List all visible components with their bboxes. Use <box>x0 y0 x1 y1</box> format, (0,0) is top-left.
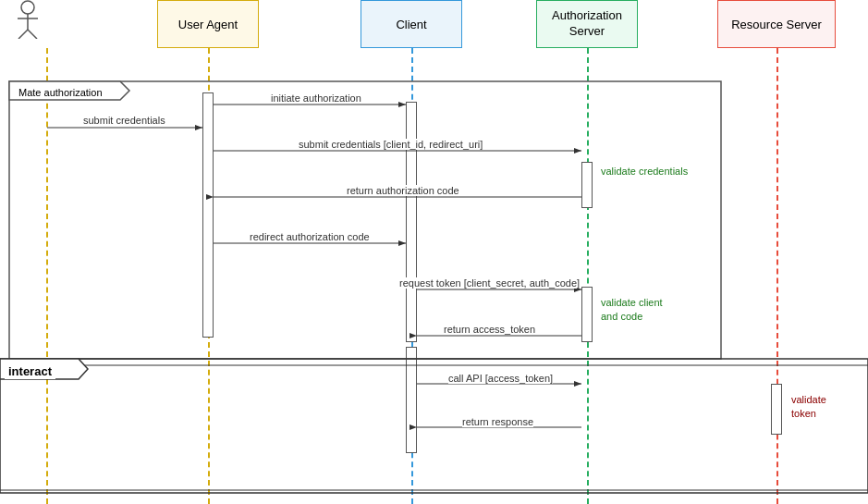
label-return-response: return response <box>462 416 533 427</box>
label-submit-credentials-params: submit credentials [client_id, redirect_… <box>299 139 483 150</box>
label-initiate-authorization: initiate authorization <box>271 92 361 104</box>
arrows-svg <box>0 0 868 504</box>
label-request-token: request token [client_secret, auth_code] <box>399 277 580 289</box>
fragment-label-mate-authorization: Mate authorization <box>15 86 106 99</box>
fragment-label-interact: interact <box>5 363 55 379</box>
note-validate-client-code: validate clientand code <box>601 296 663 325</box>
label-return-auth-code: return authorization code <box>347 185 459 196</box>
label-return-access-token: return access_token <box>444 324 535 335</box>
label-submit-credentials: submit credentials <box>83 115 165 126</box>
label-call-api: call API [access_token] <box>448 373 553 384</box>
note-validate-token: validatetoken <box>791 393 826 422</box>
label-redirect-auth-code: redirect authorization code <box>250 231 370 242</box>
sequence-diagram: User Agent Client AuthorizationServer Re… <box>0 0 868 504</box>
note-validate-credentials: validate credentials <box>601 165 688 178</box>
